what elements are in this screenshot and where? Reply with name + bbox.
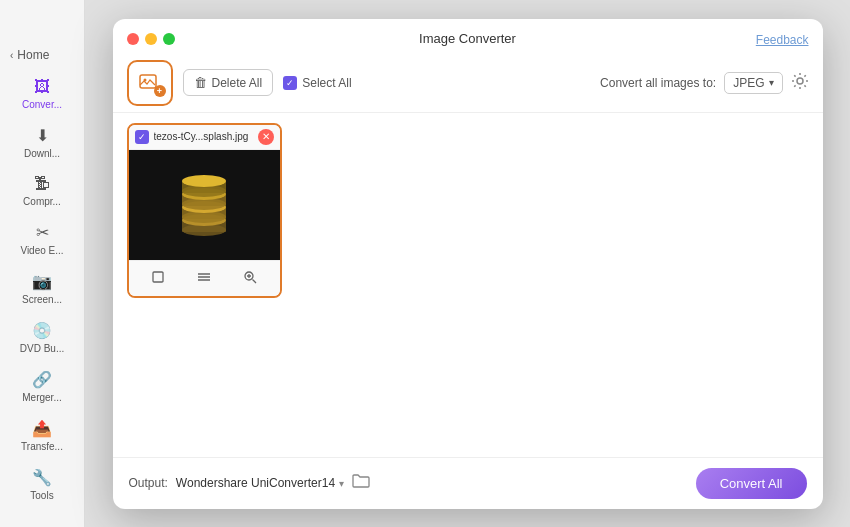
settings-button[interactable] [791,72,809,94]
sidebar-item-video-label: Video E... [20,245,63,256]
sidebar-item-compress[interactable]: 🗜 Compr... [0,167,84,215]
window-controls [127,33,175,45]
svg-rect-15 [153,272,163,282]
sidebar-item-tools[interactable]: 🔧 Tools [0,460,84,509]
convert-all-label: Convert All [720,476,783,491]
sidebar-item-download-label: Downl... [24,148,60,159]
dialog: Image Converter Feedback + 🗑 Delete [113,19,823,509]
files-area: ✓ tezos-tCy...splash.jpg ✕ [127,123,809,447]
settings-icon [791,72,809,90]
select-all-checkbox: ✓ [283,76,297,90]
output-select[interactable]: Wondershare UniConverter14 ▾ [176,476,344,490]
home-label: Home [17,48,49,62]
svg-point-14 [182,175,226,187]
plus-badge: + [154,85,166,97]
chevron-down-icon: ▾ [769,77,774,88]
dialog-titlebar: Image Converter Feedback [113,19,823,54]
open-folder-button[interactable] [352,473,370,493]
merger-icon: 🔗 [32,370,52,389]
select-all-label: Select All [302,76,351,90]
file-remove-button[interactable]: ✕ [258,129,274,145]
tools-icon: 🔧 [32,468,52,487]
output-chevron-icon: ▾ [339,478,344,489]
video-icon: ✂ [36,223,49,242]
sidebar: ‹ Home 🖼 Conver... ⬇ Downl... 🗜 Compr...… [0,0,85,527]
trash-icon: 🗑 [194,75,207,90]
toolbar-right: Convert all images to: JPEG ▾ [600,72,808,94]
dialog-body: ✓ tezos-tCy...splash.jpg ✕ [113,113,823,457]
format-value: JPEG [733,76,764,90]
transfer-icon: 📤 [32,419,52,438]
list-action-button[interactable] [196,269,212,288]
main-content: Image Converter Feedback + 🗑 Delete [85,0,850,527]
coin-stack-image [174,165,234,245]
sidebar-item-screen-label: Screen... [22,294,62,305]
file-checkbox[interactable]: ✓ [135,130,149,144]
file-actions [129,260,280,296]
dialog-footer: Output: Wondershare UniConverter14 ▾ Con… [113,457,823,509]
sidebar-item-merger[interactable]: 🔗 Merger... [0,362,84,411]
file-header: ✓ tezos-tCy...splash.jpg ✕ [129,125,280,150]
folder-icon [352,473,370,489]
convert-all-button[interactable]: Convert All [696,468,807,499]
download-icon: ⬇ [36,126,49,145]
minimize-button[interactable] [145,33,157,45]
dialog-title: Image Converter [419,31,516,46]
zoom-icon [242,269,258,285]
file-thumbnail [129,150,280,260]
format-select[interactable]: JPEG ▾ [724,72,782,94]
sidebar-item-screen[interactable]: 📷 Screen... [0,264,84,313]
sidebar-item-compress-label: Compr... [23,196,61,207]
maximize-button[interactable] [163,33,175,45]
screen-icon: 📷 [32,272,52,291]
sidebar-item-convert-label: Conver... [22,99,62,110]
sidebar-item-transfer-label: Transfe... [21,441,63,452]
chevron-left-icon: ‹ [10,50,13,61]
list-icon [196,269,212,285]
convert-images-label: Convert all images to: [600,76,716,90]
sidebar-item-merger-label: Merger... [22,392,61,403]
sidebar-item-tools-label: Tools [30,490,53,501]
svg-point-2 [797,78,803,84]
crop-action-button[interactable] [150,269,166,288]
crop-icon [150,269,166,285]
file-card: ✓ tezos-tCy...splash.jpg ✕ [127,123,282,298]
delete-all-label: Delete All [212,76,263,90]
sidebar-item-dvd-label: DVD Bu... [20,343,64,354]
dvd-icon: 💿 [32,321,52,340]
output-path: Wondershare UniConverter14 [176,476,335,490]
zoom-action-button[interactable] [242,269,258,288]
add-files-button[interactable]: + [127,60,173,106]
feedback-link[interactable]: Feedback [756,33,809,47]
compress-icon: 🗜 [34,175,50,193]
sidebar-item-download[interactable]: ⬇ Downl... [0,118,84,167]
file-name: tezos-tCy...splash.jpg [154,131,253,142]
select-all-button[interactable]: ✓ Select All [283,76,351,90]
dialog-toolbar: + 🗑 Delete All ✓ Select All Convert all … [113,54,823,113]
sidebar-item-video[interactable]: ✂ Video E... [0,215,84,264]
sidebar-home[interactable]: ‹ Home [0,40,84,70]
delete-all-button[interactable]: 🗑 Delete All [183,69,274,96]
sidebar-item-dvd[interactable]: 💿 DVD Bu... [0,313,84,362]
sidebar-item-transfer[interactable]: 📤 Transfe... [0,411,84,460]
output-label: Output: [129,476,168,490]
sidebar-item-convert[interactable]: 🖼 Conver... [0,70,84,118]
close-button[interactable] [127,33,139,45]
add-files-icon: + [138,71,162,95]
svg-line-20 [253,279,257,283]
convert-icon: 🖼 [34,78,50,96]
svg-rect-0 [140,75,156,88]
